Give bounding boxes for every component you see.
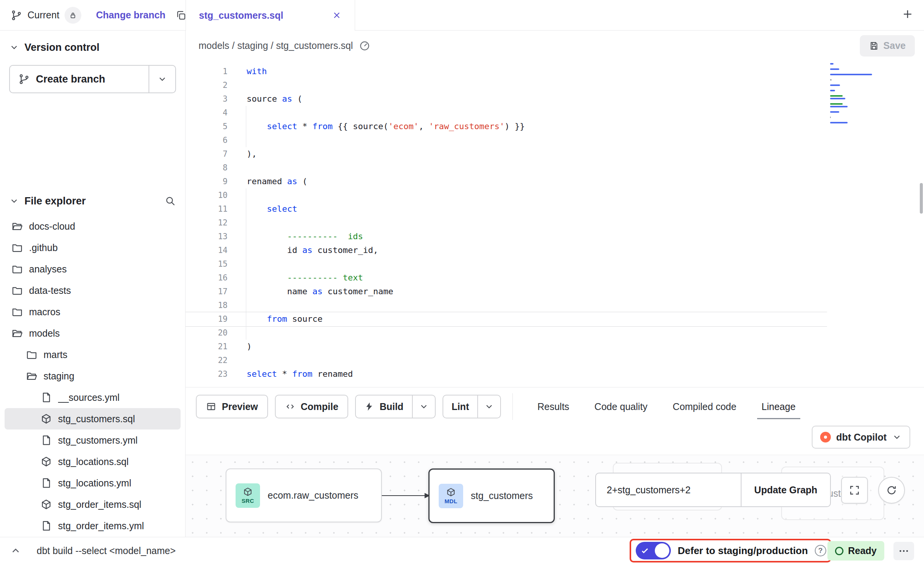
file-tree-item-stg-order-items-sql[interactable]: stg_order_items.sql <box>5 494 181 515</box>
editor-tab[interactable]: stg_customers.sql <box>186 0 355 31</box>
code-line-1[interactable]: 1with <box>186 65 924 78</box>
minimap-line <box>830 74 872 75</box>
line-number: 17 <box>186 285 228 298</box>
refresh-icon <box>886 485 897 496</box>
file-tree-item-analyses[interactable]: analyses <box>5 258 181 280</box>
minimap-line <box>830 90 835 91</box>
code-line-14[interactable]: 14 id as customer_id, <box>186 243 924 257</box>
file-tree-item-macros[interactable]: macros <box>5 301 181 323</box>
code-line-5[interactable]: 5 select * from {{ source('ecom', 'raw_c… <box>186 120 924 133</box>
new-tab-icon[interactable] <box>901 8 914 21</box>
code-editor[interactable]: 1with23source as (45 select * from {{ so… <box>186 61 924 387</box>
file-tree-item-models[interactable]: models <box>5 323 181 344</box>
code-line-23[interactable]: 23select * from renamed <box>186 367 924 381</box>
file-explorer-header[interactable]: File explorer <box>0 189 185 213</box>
code-line-11[interactable]: 11 select <box>186 202 924 216</box>
version-control-header[interactable]: Version control <box>0 35 185 60</box>
build-dropdown[interactable] <box>412 395 435 418</box>
file-tree-label: stg_customers.sql <box>58 413 135 425</box>
ellipsis-icon <box>898 545 909 557</box>
code-line-17[interactable]: 17 name as customer_name <box>186 285 924 298</box>
minimap-line <box>830 103 843 105</box>
code-line-9[interactable]: 9renamed as ( <box>186 175 924 188</box>
command-input[interactable]: dbt build --select <model_name> <box>37 545 176 556</box>
file-tree-item-marts[interactable]: marts <box>5 344 181 365</box>
file-tree-item-staging[interactable]: staging <box>5 365 181 387</box>
code-line-12[interactable]: 12 <box>186 216 924 230</box>
lineage-node-source[interactable]: SRC ecom.raw_customers <box>226 468 382 522</box>
create-branch-button[interactable]: Create branch <box>10 66 149 92</box>
code-line-21[interactable]: 21) <box>186 340 924 353</box>
line-number: 20 <box>186 326 228 340</box>
code-line-16[interactable]: 16 ---------- text <box>186 271 924 285</box>
file-tree-item-docs-cloud[interactable]: docs-cloud <box>5 216 181 237</box>
code-line-3[interactable]: 3source as ( <box>186 92 924 106</box>
chevron-up-icon[interactable] <box>10 545 21 556</box>
create-branch-dropdown[interactable] <box>149 66 175 92</box>
save-button[interactable]: Save <box>860 35 915 57</box>
editor-scrollbar[interactable] <box>920 183 923 214</box>
dbt-copilot-button[interactable]: dbt Copilot <box>812 426 910 449</box>
panel-tab-code-quality[interactable]: Code quality <box>594 391 648 423</box>
panel-tab-results[interactable]: Results <box>536 391 570 423</box>
table-grid-icon <box>206 401 216 412</box>
code-line-10[interactable]: 10 <box>186 188 924 202</box>
file-tree-item--github[interactable]: .github <box>5 237 181 258</box>
defer-toggle[interactable] <box>636 542 671 559</box>
code-line-7[interactable]: 7), <box>186 147 924 161</box>
file-tree-label: stg_locations.sql <box>58 456 129 467</box>
code-line-13[interactable]: 13 ---------- ids <box>186 230 924 243</box>
lint-dropdown[interactable] <box>477 395 500 418</box>
fullscreen-button[interactable] <box>841 477 868 504</box>
panel-tab-compiled-code[interactable]: Compiled code <box>672 391 737 423</box>
file-tree-label: staging <box>44 371 74 382</box>
status-ready-badge: Ready <box>827 541 884 561</box>
code-line-2[interactable]: 2 <box>186 78 924 92</box>
code-line-8[interactable]: 8 <box>186 161 924 175</box>
code-line-20[interactable]: 20 <box>186 326 924 340</box>
change-branch-link[interactable]: Change branch <box>96 10 165 21</box>
lineage-selector-input[interactable]: 2+stg_customers+2 <box>595 473 741 507</box>
lint-button[interactable]: Lint <box>443 395 478 418</box>
file-tree-item-data-tests[interactable]: data-tests <box>5 280 181 301</box>
minimap[interactable] <box>830 63 876 125</box>
folder-open-icon <box>11 220 23 232</box>
code-line-18[interactable]: 18 <box>186 298 924 312</box>
more-options-button[interactable] <box>893 542 914 560</box>
line-content: id as customer_id, <box>247 243 378 257</box>
file-tree-item--sources-yml[interactable]: __sources.yml <box>5 387 181 408</box>
code-line-15[interactable]: 15 <box>186 257 924 271</box>
git-branch-icon <box>18 73 30 85</box>
lineage-node-model[interactable]: MDL stg_customers <box>428 468 555 523</box>
code-line-19[interactable]: 19 from source <box>186 312 924 326</box>
current-branch-group[interactable]: Current <box>0 7 81 24</box>
search-icon[interactable] <box>165 195 176 207</box>
help-icon[interactable]: ? <box>815 545 826 556</box>
compile-button[interactable]: Compile <box>275 395 349 418</box>
line-number: 7 <box>186 147 228 161</box>
branch-lock-badge <box>65 7 81 24</box>
lineage-canvas[interactable]: MDL customers SEM customers SRC ecom.raw… <box>186 455 924 537</box>
file-tree-item-stg-customers-yml[interactable]: stg_customers.yml <box>5 429 181 451</box>
panel-tab-lineage[interactable]: Lineage <box>761 391 796 423</box>
refresh-button[interactable] <box>878 477 905 504</box>
file-tree-label: stg_order_items.sql <box>58 499 141 510</box>
update-graph-button[interactable]: Update Graph <box>741 473 831 507</box>
file-tree-item-stg-locations-yml[interactable]: stg_locations.yml <box>5 472 181 494</box>
build-button[interactable]: Build <box>356 395 412 418</box>
file-tree-item-stg-customers-sql[interactable]: stg_customers.sql <box>5 408 181 429</box>
code-line-22[interactable]: 22 <box>186 353 924 367</box>
file-tree-item-stg-locations-sql[interactable]: stg_locations.sql <box>5 451 181 472</box>
code-line-6[interactable]: 6 <box>186 133 924 147</box>
preview-button[interactable]: Preview <box>196 395 268 418</box>
preview-label: Preview <box>222 401 258 412</box>
code-line-4[interactable]: 4 <box>186 106 924 120</box>
tab-close-icon[interactable] <box>332 10 342 20</box>
git-branch-icon <box>11 10 22 21</box>
line-content: renamed as ( <box>247 175 307 188</box>
file-tree-item-stg-order-items-yml[interactable]: stg_order_items.yml <box>5 515 181 536</box>
chevron-down-icon <box>157 74 167 84</box>
copy-branch-icon[interactable] <box>175 10 187 21</box>
line-number: 16 <box>186 271 228 285</box>
build-button-group: Build <box>355 395 436 418</box>
